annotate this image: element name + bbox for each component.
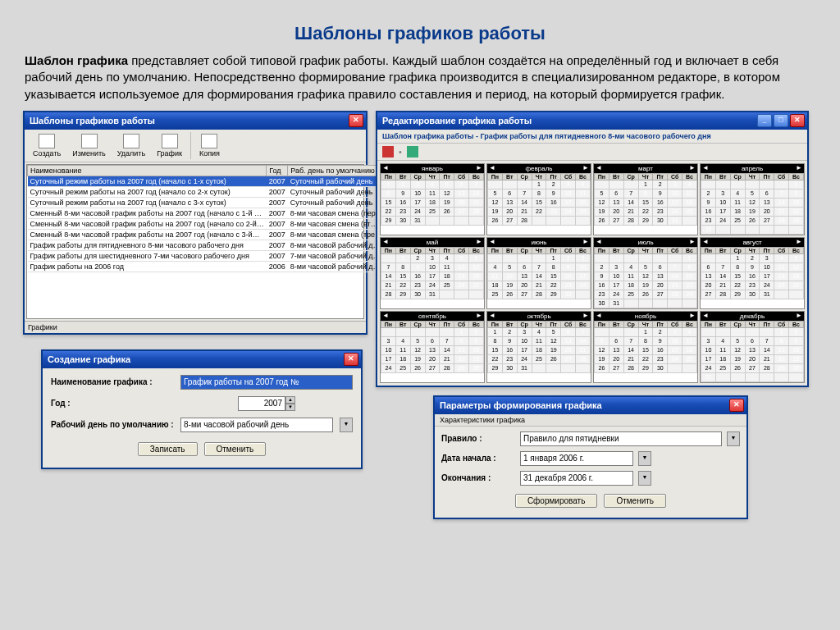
day-cell[interactable]: 9	[789, 336, 804, 345]
day-cell[interactable]: 15	[454, 345, 469, 354]
day-cell[interactable]: 1	[730, 253, 745, 262]
start-date-input[interactable]: 1 января 2006 г.	[520, 451, 633, 466]
day-cell[interactable]: 13	[745, 345, 760, 354]
day-cell[interactable]: 23	[745, 281, 760, 290]
day-cell[interactable]: 24	[410, 207, 425, 216]
day-cell[interactable]: 22	[488, 354, 503, 363]
day-cell[interactable]: 7	[532, 262, 546, 272]
day-cell[interactable]: 11	[532, 336, 546, 345]
day-cell[interactable]: 16	[745, 272, 760, 281]
day-cell[interactable]: 27	[561, 354, 576, 363]
day-cell[interactable]: 16	[410, 272, 425, 281]
day-cell[interactable]: 26	[638, 290, 653, 299]
create-button[interactable]: Создать	[28, 132, 66, 159]
day-cell[interactable]: 24	[715, 216, 730, 225]
chevron-down-icon[interactable]: ▼	[638, 471, 651, 486]
day-cell[interactable]: 16	[595, 281, 609, 290]
day-cell[interactable]: 4	[425, 180, 440, 189]
day-cell[interactable]: 25	[440, 281, 454, 290]
day-cell[interactable]: 25	[730, 216, 745, 225]
day-cell[interactable]: 12	[730, 345, 745, 354]
day-cell[interactable]: 14	[576, 336, 591, 345]
chevron-down-icon[interactable]: ▼	[727, 431, 740, 446]
day-cell[interactable]: 20	[469, 272, 484, 281]
day-cell[interactable]: 17	[381, 354, 396, 363]
day-cell[interactable]: 19	[488, 207, 503, 216]
day-cell[interactable]: 28	[774, 216, 789, 225]
day-cell[interactable]: 5	[502, 262, 517, 272]
day-cell[interactable]: 13	[517, 272, 532, 281]
day-cell[interactable]: 21	[469, 198, 484, 207]
day-cell[interactable]: 9	[561, 262, 576, 272]
day-cell[interactable]: 23	[653, 207, 668, 216]
day-cell[interactable]: 29	[546, 290, 561, 299]
day-cell[interactable]: 25	[715, 363, 730, 372]
day-cell[interactable]: 8	[730, 262, 745, 272]
day-cell[interactable]: 9	[546, 189, 561, 198]
day-cell[interactable]: 1	[488, 327, 503, 336]
day-cell[interactable]: 19	[745, 207, 760, 216]
day-cell[interactable]: 4	[488, 262, 503, 272]
day-cell[interactable]: 25	[682, 207, 697, 216]
day-cell[interactable]: 22	[381, 207, 396, 216]
day-cell[interactable]: 23	[653, 354, 668, 363]
day-cell[interactable]: 17	[668, 198, 682, 207]
day-cell[interactable]: 12	[745, 198, 760, 207]
day-cell[interactable]: 1	[395, 253, 410, 262]
close-icon[interactable]: ✕	[344, 353, 358, 366]
day-cell[interactable]: 22	[638, 207, 653, 216]
day-cell[interactable]: 22	[454, 354, 469, 363]
day-cell[interactable]: 12	[410, 345, 425, 354]
day-cell[interactable]: 19	[502, 281, 517, 290]
day-cell[interactable]: 30	[395, 216, 410, 225]
day-cell[interactable]: 31	[760, 290, 774, 299]
day-cell[interactable]: 29	[638, 363, 653, 372]
day-cell[interactable]: 7	[760, 336, 774, 345]
day-cell[interactable]: 15	[395, 272, 410, 281]
day-cell[interactable]: 5	[745, 189, 760, 198]
day-cell[interactable]: 25	[682, 354, 697, 363]
day-cell[interactable]: 16	[395, 198, 410, 207]
table-row[interactable]: Суточный режим работы на 2007 год (начал…	[28, 197, 386, 208]
day-cell[interactable]: 4	[774, 253, 789, 262]
day-cell[interactable]: 30	[745, 290, 760, 299]
day-cell[interactable]: 5	[454, 253, 469, 262]
day-cell[interactable]: 19	[454, 272, 469, 281]
day-cell[interactable]: 7	[715, 262, 730, 272]
day-cell[interactable]: 27	[653, 290, 668, 299]
day-cell[interactable]: 14	[774, 198, 789, 207]
table-row[interactable]: Суточный режим работы на 2007 год (начал…	[28, 186, 386, 197]
day-cell[interactable]: 3	[668, 180, 682, 189]
day-cell[interactable]: 19	[546, 345, 561, 354]
day-cell[interactable]: 12	[488, 198, 503, 207]
day-cell[interactable]: 30	[469, 363, 484, 372]
day-cell[interactable]: 16	[546, 198, 561, 207]
day-cell[interactable]: 6	[609, 336, 623, 345]
day-cell[interactable]: 13	[502, 198, 517, 207]
day-cell[interactable]: 18	[395, 354, 410, 363]
day-cell[interactable]: 22	[682, 281, 697, 290]
day-cell[interactable]: 27	[609, 363, 623, 372]
col-name[interactable]: Наименование	[28, 165, 267, 176]
day-cell[interactable]: 22	[532, 207, 546, 216]
day-cell[interactable]: 23	[395, 207, 410, 216]
maximize-icon[interactable]: □	[774, 114, 788, 127]
day-cell[interactable]: 12	[454, 262, 469, 272]
day-cell[interactable]: 21	[381, 281, 396, 290]
day-cell[interactable]: 24	[425, 281, 440, 290]
day-cell[interactable]: 20	[609, 207, 623, 216]
day-cell[interactable]: 24	[701, 363, 716, 372]
cancel-button[interactable]: Отменить	[204, 442, 267, 456]
day-cell[interactable]: 13	[653, 272, 668, 281]
year-down-icon[interactable]: ▼	[285, 404, 295, 411]
day-cell[interactable]: 17	[760, 272, 774, 281]
day-cell[interactable]: 8	[532, 189, 546, 198]
day-cell[interactable]: 19	[789, 272, 804, 281]
day-cell[interactable]: 26	[745, 216, 760, 225]
day-cell[interactable]: 29	[774, 363, 789, 372]
day-cell[interactable]: 5	[595, 336, 609, 345]
day-cell[interactable]: 12	[789, 262, 804, 272]
day-cell[interactable]: 6	[609, 189, 623, 198]
day-cell[interactable]: 14	[517, 198, 532, 207]
day-cell[interactable]: 24	[381, 363, 396, 372]
